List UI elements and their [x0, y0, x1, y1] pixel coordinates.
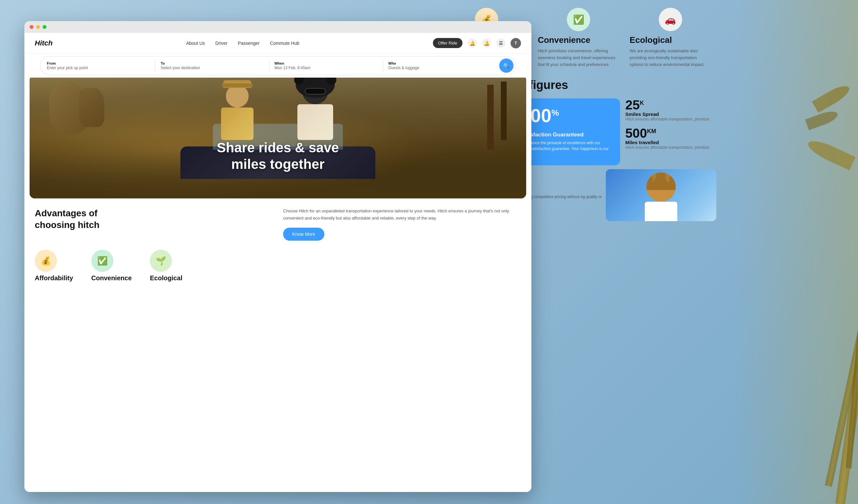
hero-section: Share rides & save miles together: [30, 75, 526, 198]
when-field[interactable]: When Mon 13 Feb, 8:45am: [269, 60, 383, 72]
icons-row: 💰 Affordability ✅ Convenience 🌱 Ecologic…: [25, 246, 531, 288]
menu-icon[interactable]: ☰: [496, 39, 505, 48]
from-field[interactable]: From Enter your pick up point: [40, 60, 155, 72]
when-label: When: [275, 61, 378, 65]
miles-label: Miles travelled: [625, 140, 716, 145]
feature-convenience: ✅ Convenience Hitch prioritizes convenie…: [533, 8, 625, 68]
to-field[interactable]: To Select your destination: [155, 60, 269, 72]
affordability-bottom-title: Affordability: [35, 274, 73, 282]
who-field[interactable]: Who Guests & luggage: [383, 60, 497, 72]
browser-window: Hitch About Us Driver Passenger Commute …: [25, 21, 531, 492]
navbar: Hitch About Us Driver Passenger Commute …: [25, 33, 531, 53]
search-button[interactable]: 🔍: [499, 59, 513, 73]
user-avatar[interactable]: T: [511, 38, 521, 48]
search-wrapper: From Enter your pick up point To Select …: [25, 53, 531, 78]
miles-stat: 500KM Miles travelled Hitch ensures affo…: [625, 127, 716, 150]
affordability-feature: 💰 Affordability: [35, 250, 73, 282]
hero-headline: Share rides & save miles together: [30, 140, 526, 173]
nav-passenger[interactable]: Passenger: [238, 40, 260, 46]
ecological-title: Ecological: [630, 35, 711, 45]
logo: Hitch: [35, 39, 53, 47]
who-label: Who: [388, 61, 491, 65]
ecological-circle: 🌱: [150, 250, 172, 272]
smiles-label: Smiles Spread: [625, 111, 716, 117]
smiles-desc: Hitch ensures affordable transportation,…: [625, 117, 716, 121]
advantages-right: Choose Hitch for an unparalleled transpo…: [283, 208, 521, 241]
bell-icon[interactable]: 🔔: [468, 39, 477, 48]
search-bar: From Enter your pick up point To Select …: [40, 56, 516, 75]
notification-icon[interactable]: 🔔: [482, 39, 491, 48]
eco-car-icon: 🌱: [156, 256, 166, 266]
who-value: Guests & luggage: [388, 66, 491, 70]
smiles-stat: 25K Smiles Spread Hitch ensures affordab…: [625, 98, 716, 121]
convenience-feature: ✅ Convenience: [91, 250, 132, 282]
advantages-desc: Choose Hitch for an unparalleled transpo…: [283, 208, 521, 222]
from-value: Enter your pick up point: [47, 66, 150, 70]
offer-ride-button[interactable]: Offer Ride: [433, 38, 462, 48]
ecological-desc: We are ecologically sustainable also pro…: [630, 48, 711, 68]
close-dot[interactable]: [30, 25, 33, 29]
convenience-circle: ✅: [91, 250, 113, 272]
affordability-circle: 💰: [35, 250, 57, 272]
from-label: From: [47, 61, 150, 65]
search-icon: 🔍: [503, 63, 510, 69]
convenience-title: Convenience: [538, 35, 619, 45]
family-photo: [606, 169, 716, 221]
convenience-icon: ✅: [573, 14, 584, 25]
ecological-icon: 🚗: [665, 14, 676, 25]
advantages-title: Advantages of choosing hitch: [35, 208, 273, 231]
ecological-bottom-title: Ecological: [150, 274, 182, 282]
navbar-right: Offer Ride 🔔 🔔 ☰ T: [433, 38, 521, 48]
money-icon: 💰: [41, 256, 51, 266]
satisfaction-desc: Experience the pinnacle of excellence wi…: [520, 140, 611, 158]
browser-titlebar: [25, 21, 531, 33]
when-value: Mon 13 Feb, 8:45am: [275, 66, 378, 70]
nav-about[interactable]: About Us: [186, 40, 205, 46]
miles-desc: Hitch ensures affordable transportation,…: [625, 145, 716, 150]
maximize-dot[interactable]: [43, 25, 46, 29]
nav-driver[interactable]: Driver: [216, 40, 227, 46]
advantages-left: Advantages of choosing hitch: [35, 208, 273, 241]
advantages-section: Advantages of choosing hitch Choose Hitc…: [25, 198, 531, 246]
convenience-desc: Hitch prioritizes convenience, offering …: [538, 48, 619, 68]
ecological-feature: 🌱 Ecological: [150, 250, 182, 282]
feature-ecological: 🚗 Ecological We are ecologically sustain…: [624, 8, 716, 68]
satisfaction-label: Satisfaction Guaranteed: [520, 131, 611, 138]
nav-commute[interactable]: Commute Hub: [270, 40, 299, 46]
know-more-button[interactable]: Know More: [283, 228, 324, 241]
minimize-dot[interactable]: [36, 25, 40, 29]
to-label: To: [161, 61, 264, 65]
convenience-bottom-title: Convenience: [91, 274, 132, 282]
check-icon: ✅: [97, 256, 108, 266]
satisfaction-sup: %: [552, 108, 559, 117]
to-value: Select your destination: [161, 66, 264, 70]
nav-links: About Us Driver Passenger Commute Hub: [186, 40, 299, 46]
